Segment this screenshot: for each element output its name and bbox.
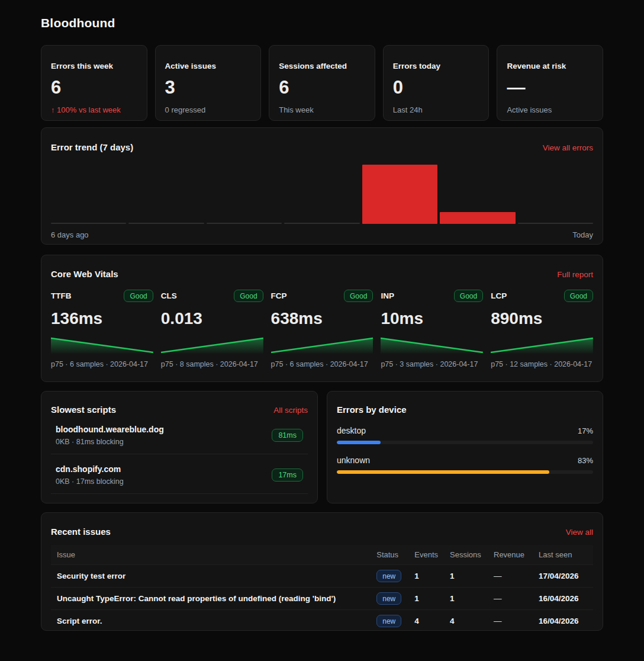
vital-value: 638ms	[271, 310, 373, 327]
good-badge: Good	[124, 290, 153, 302]
device-percent: 83%	[578, 456, 593, 465]
error-trend-bars	[51, 163, 593, 224]
events-count: 1	[408, 565, 444, 588]
vital-fcp: FCP Good 638ms p75 · 6 samples · 2026-04…	[271, 290, 373, 369]
trend-bar	[51, 223, 126, 224]
trend-bar	[518, 223, 593, 224]
script-detail: 0KB · 81ms blocking	[56, 438, 164, 446]
stat-card-errors-today: Errors today 0 Last 24h	[383, 45, 490, 121]
revenue-value: —	[488, 588, 533, 610]
col-last-seen: Last seen	[533, 545, 593, 565]
core-web-vitals-card: Core Web Vitals Full report TTFB Good 13…	[41, 255, 603, 382]
stat-label: Revenue at risk	[507, 55, 593, 70]
progress-fill	[337, 441, 381, 444]
table-row[interactable]: Script error. new 4 4 — 16/04/2026	[51, 610, 593, 633]
vital-value: 136ms	[51, 310, 153, 327]
all-scripts-link[interactable]: All scripts	[273, 406, 308, 415]
vital-value: 10ms	[381, 310, 483, 327]
stat-card-active-issues: Active issues 3 0 regressed	[155, 45, 262, 121]
error-trend-title: Error trend (7 days)	[51, 142, 133, 152]
sparkline-chart	[491, 336, 593, 354]
sessions-count: 1	[444, 588, 488, 610]
stat-label: Errors this week	[51, 55, 137, 70]
sparkline-chart	[271, 336, 373, 354]
vital-lcp: LCP Good 890ms p75 · 12 samples · 2026-0…	[491, 290, 593, 369]
trend-bar	[440, 212, 515, 224]
vitals-title: Core Web Vitals	[51, 269, 118, 279]
stat-label: Errors today	[393, 55, 479, 70]
last-seen-date: 16/04/2026	[533, 610, 593, 633]
stat-label: Sessions affected	[279, 55, 365, 70]
vital-name: CLS	[161, 291, 177, 300]
view-all-errors-link[interactable]: View all errors	[543, 143, 593, 152]
stat-value: 6	[51, 78, 137, 97]
device-percent: 17%	[578, 426, 593, 435]
recent-issues-table: Issue Status Events Sessions Revenue Las…	[51, 545, 593, 632]
trend-bar	[362, 165, 437, 224]
last-seen-date: 16/04/2026	[533, 588, 593, 610]
sparkline-chart	[381, 336, 483, 354]
status-badge: new	[376, 615, 401, 627]
trend-bar	[128, 223, 204, 224]
device-row-desktop: desktop 17%	[337, 426, 593, 444]
progress-track	[337, 470, 593, 474]
good-badge: Good	[234, 290, 263, 302]
stat-delta: ↑ 100% vs last week	[51, 105, 137, 114]
issue-title[interactable]: Security test error	[51, 565, 371, 588]
sessions-count: 4	[444, 610, 488, 633]
stat-value: —	[507, 78, 593, 97]
script-row[interactable]: bloodhound.weareblue.dog 0KB · 81ms bloc…	[51, 415, 308, 454]
col-sessions: Sessions	[444, 545, 488, 565]
issue-title[interactable]: Uncaught TypeError: Cannot read properti…	[51, 588, 371, 610]
vital-value: 890ms	[491, 310, 593, 327]
blocking-time-badge: 17ms	[272, 469, 303, 482]
script-row[interactable]: cdn.shopify.com 0KB · 17ms blocking 17ms	[51, 454, 308, 494]
good-badge: Good	[454, 290, 483, 302]
col-issue: Issue	[51, 545, 371, 565]
slowest-scripts-title: Slowest scripts	[51, 405, 116, 415]
col-revenue: Revenue	[488, 545, 533, 565]
stat-card-errors-week: Errors this week 6 ↑ 100% vs last week	[41, 45, 147, 121]
error-trend-card: Error trend (7 days) View all errors 6 d…	[41, 127, 603, 245]
dashboard: Bloodhound Errors this week 6 ↑ 100% vs …	[41, 0, 603, 631]
stat-sub: Last 24h	[393, 105, 479, 114]
stat-value: 0	[393, 78, 479, 97]
sessions-count: 1	[444, 565, 488, 588]
vital-caption: p75 · 3 samples · 2026-04-17	[381, 360, 483, 369]
stat-value: 3	[165, 78, 252, 97]
table-row[interactable]: Uncaught TypeError: Cannot read properti…	[51, 588, 593, 610]
page-title: Bloodhound	[41, 16, 603, 30]
errors-by-device-title: Errors by device	[337, 405, 407, 415]
split-row: Slowest scripts All scripts bloodhound.w…	[41, 391, 603, 503]
slowest-scripts-card: Slowest scripts All scripts bloodhound.w…	[41, 391, 318, 503]
device-name: unknown	[337, 455, 370, 465]
full-report-link[interactable]: Full report	[557, 270, 593, 279]
events-count: 1	[408, 588, 444, 610]
stat-sub: Active issues	[507, 105, 593, 114]
blocking-time-badge: 81ms	[272, 429, 303, 442]
stat-card-sessions-affected: Sessions affected 6 This week	[269, 45, 375, 121]
axis-right-label: Today	[572, 230, 593, 239]
script-name: cdn.shopify.com	[56, 464, 124, 474]
view-all-link[interactable]: View all	[566, 528, 593, 537]
vital-name: FCP	[271, 291, 287, 300]
last-seen-date: 17/04/2026	[533, 565, 593, 588]
vital-caption: p75 · 12 samples · 2026-04-17	[491, 360, 593, 369]
axis-left-label: 6 days ago	[51, 230, 89, 239]
stat-sub: 0 regressed	[165, 105, 252, 114]
vital-caption: p75 · 6 samples · 2026-04-17	[271, 360, 373, 369]
trend-bar	[207, 223, 282, 224]
vital-cls: CLS Good 0.013 p75 · 8 samples · 2026-04…	[161, 290, 263, 369]
events-count: 4	[408, 610, 444, 633]
device-row-unknown: unknown 83%	[337, 455, 593, 474]
vital-caption: p75 · 8 samples · 2026-04-17	[161, 360, 263, 369]
vital-name: TTFB	[51, 291, 72, 300]
stat-sub: This week	[279, 105, 365, 114]
recent-issues-title: Recent issues	[51, 527, 111, 537]
vital-value: 0.013	[161, 310, 263, 327]
vital-name: LCP	[491, 291, 507, 300]
issue-title[interactable]: Script error.	[51, 610, 371, 633]
recent-issues-card: Recent issues View all Issue Status Even…	[41, 512, 603, 631]
stat-cards-row: Errors this week 6 ↑ 100% vs last week A…	[41, 45, 603, 121]
table-row[interactable]: Security test error new 1 1 — 17/04/2026	[51, 565, 593, 588]
